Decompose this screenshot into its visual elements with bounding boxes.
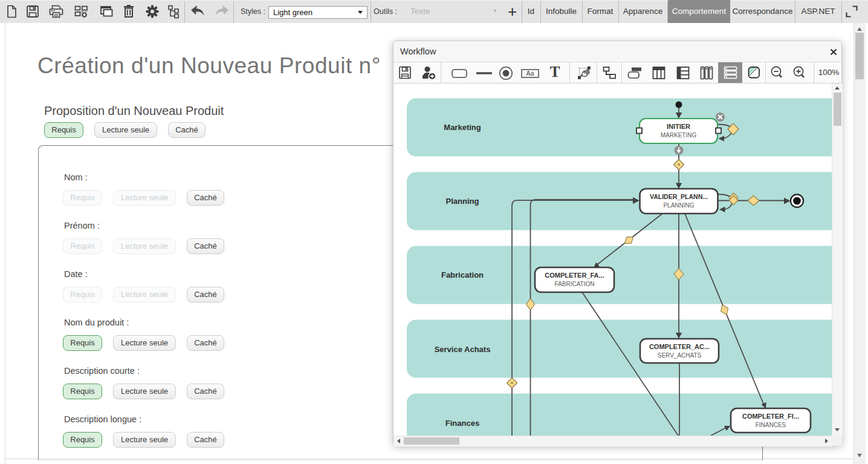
svg-text:PLANNING: PLANNING (663, 202, 694, 209)
svg-text:Planning: Planning (446, 197, 479, 206)
svg-text:COMPLETER_FA...: COMPLETER_FA... (545, 272, 604, 279)
svg-text:Aa: Aa (526, 70, 534, 77)
svg-text:VALIDER_PLANN...: VALIDER_PLANN... (650, 193, 708, 200)
svg-text:Fabrication: Fabrication (441, 270, 484, 279)
svg-text:FABRICATION: FABRICATION (555, 281, 595, 287)
svg-text:INITIER: INITIER (667, 123, 690, 130)
svg-text:Service Achats: Service Achats (435, 345, 491, 354)
svg-text:FINANCES: FINANCES (756, 422, 786, 428)
svg-text:Finances: Finances (445, 419, 479, 428)
svg-text:MARKETING: MARKETING (661, 132, 697, 139)
svg-text:SERV_ACHATS: SERV_ACHATS (658, 352, 702, 359)
svg-text:COMPLETER_FI...: COMPLETER_FI... (742, 413, 799, 420)
svg-text:COMPLETER_AC...: COMPLETER_AC... (649, 343, 710, 350)
svg-text:Marketing: Marketing (444, 123, 481, 132)
